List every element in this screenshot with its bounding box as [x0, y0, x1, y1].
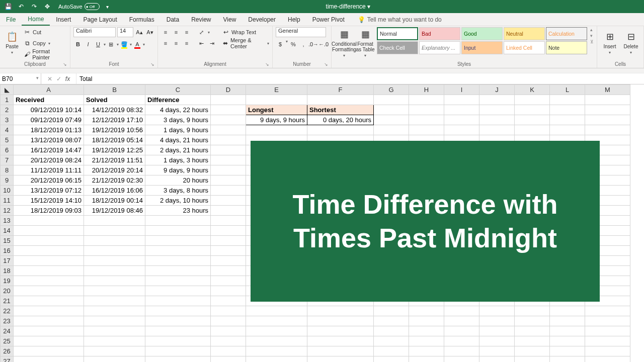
- cell[interactable]: [444, 306, 479, 316]
- cell[interactable]: 15/12/2019 14:10: [14, 196, 84, 206]
- style-bad[interactable]: Bad: [419, 27, 460, 40]
- fx-icon[interactable]: fx: [65, 75, 70, 82]
- cell[interactable]: [307, 326, 374, 336]
- cell[interactable]: [374, 115, 409, 125]
- cell[interactable]: [515, 336, 550, 346]
- cell[interactable]: [84, 276, 145, 286]
- cell[interactable]: [145, 216, 211, 226]
- cell[interactable]: [479, 125, 515, 135]
- cell[interactable]: [211, 175, 246, 186]
- cell[interactable]: [374, 316, 409, 326]
- style-neutral[interactable]: Neutral: [504, 27, 545, 40]
- accounting-format-icon[interactable]: $: [276, 39, 285, 49]
- cell[interactable]: [145, 276, 211, 286]
- cell[interactable]: [585, 336, 630, 346]
- cell[interactable]: 20/12/2019 06:15: [14, 175, 84, 186]
- cell[interactable]: [211, 296, 246, 306]
- row-header[interactable]: 2: [1, 105, 14, 115]
- col-header[interactable]: M: [585, 85, 630, 95]
- cell[interactable]: [409, 125, 444, 135]
- cell[interactable]: [479, 115, 515, 125]
- cell[interactable]: [479, 306, 515, 316]
- cell[interactable]: [14, 326, 84, 336]
- cell[interactable]: [14, 296, 84, 306]
- cell[interactable]: [84, 266, 145, 276]
- row-header[interactable]: 25: [1, 336, 14, 346]
- cell[interactable]: [479, 316, 515, 326]
- cell[interactable]: [14, 316, 84, 326]
- autosave-toggle[interactable]: AutoSave ● Off: [58, 3, 100, 10]
- cell[interactable]: [14, 216, 84, 226]
- align-middle-icon[interactable]: ≡: [172, 27, 181, 37]
- col-header[interactable]: K: [515, 85, 550, 95]
- cell[interactable]: [444, 336, 479, 346]
- cell[interactable]: [211, 145, 246, 155]
- cell[interactable]: [550, 95, 585, 105]
- cell[interactable]: [246, 326, 307, 336]
- row-header[interactable]: 17: [1, 256, 14, 266]
- cell[interactable]: [14, 266, 84, 276]
- cell[interactable]: [246, 95, 307, 105]
- cell[interactable]: [515, 115, 550, 125]
- cell[interactable]: [84, 336, 145, 346]
- row-header[interactable]: 9: [1, 175, 14, 186]
- cell[interactable]: [84, 246, 145, 256]
- redo-icon[interactable]: ↷: [29, 2, 39, 12]
- style-input[interactable]: Input: [461, 41, 503, 54]
- cell[interactable]: [14, 336, 84, 346]
- cell[interactable]: [84, 356, 145, 363]
- number-format-select[interactable]: General: [276, 27, 326, 37]
- cell[interactable]: [550, 336, 585, 346]
- row-header[interactable]: 22: [1, 306, 14, 316]
- row-header[interactable]: 12: [1, 206, 14, 216]
- cell[interactable]: 13/12/2019 08:07: [14, 135, 84, 145]
- cell[interactable]: [145, 266, 211, 276]
- align-center-icon[interactable]: ≡: [172, 38, 181, 48]
- cell[interactable]: [550, 356, 585, 363]
- cell[interactable]: 9 days, 9 hours: [246, 115, 307, 125]
- enter-formula-icon[interactable]: ✓: [56, 75, 61, 82]
- cell[interactable]: [14, 346, 84, 356]
- cell[interactable]: [84, 286, 145, 296]
- save-icon[interactable]: 💾: [3, 2, 13, 12]
- cell[interactable]: [84, 216, 145, 226]
- align-top-icon[interactable]: ≡: [161, 27, 170, 37]
- cell[interactable]: [211, 246, 246, 256]
- cell[interactable]: 16/12/2019 14:47: [14, 145, 84, 155]
- cell[interactable]: [550, 115, 585, 125]
- increase-font-icon[interactable]: A▴: [135, 27, 144, 37]
- cell[interactable]: [585, 326, 630, 336]
- cell[interactable]: [145, 236, 211, 246]
- merge-center-button[interactable]: ⬌Merge & Center▾: [222, 38, 269, 48]
- cell[interactable]: Solved: [84, 95, 145, 105]
- style-linked-cell[interactable]: Linked Cell: [504, 41, 545, 54]
- cell[interactable]: [14, 306, 84, 316]
- row-header[interactable]: 18: [1, 266, 14, 276]
- underline-button[interactable]: U: [94, 39, 103, 49]
- row-header[interactable]: 6: [1, 145, 14, 155]
- cell[interactable]: 14/12/2019 08:32: [84, 105, 145, 115]
- cell[interactable]: [444, 125, 479, 135]
- dialog-launcher-icon[interactable]: ↘: [265, 61, 269, 68]
- dialog-launcher-icon[interactable]: ↘: [324, 61, 328, 68]
- cell[interactable]: [211, 125, 246, 135]
- cell[interactable]: 3 days, 9 hours: [145, 115, 211, 125]
- cell[interactable]: [14, 276, 84, 286]
- cell[interactable]: [444, 316, 479, 326]
- cell[interactable]: [84, 346, 145, 356]
- cell[interactable]: [145, 346, 211, 356]
- cell[interactable]: [515, 95, 550, 105]
- style-check-cell[interactable]: Check Cell: [377, 41, 418, 54]
- cell[interactable]: [211, 115, 246, 125]
- cell[interactable]: [211, 356, 246, 363]
- row-header[interactable]: 26: [1, 346, 14, 356]
- row-header[interactable]: 15: [1, 236, 14, 246]
- cell[interactable]: Received: [14, 95, 84, 105]
- col-header[interactable]: A: [14, 85, 84, 95]
- tab-review[interactable]: Review: [185, 13, 217, 26]
- styles-more-icon[interactable]: ⊻: [590, 39, 594, 44]
- cell[interactable]: [515, 356, 550, 363]
- decrease-indent-icon[interactable]: ⇤: [197, 38, 206, 48]
- cell[interactable]: 4 days, 21 hours: [145, 135, 211, 145]
- row-header[interactable]: 20: [1, 286, 14, 296]
